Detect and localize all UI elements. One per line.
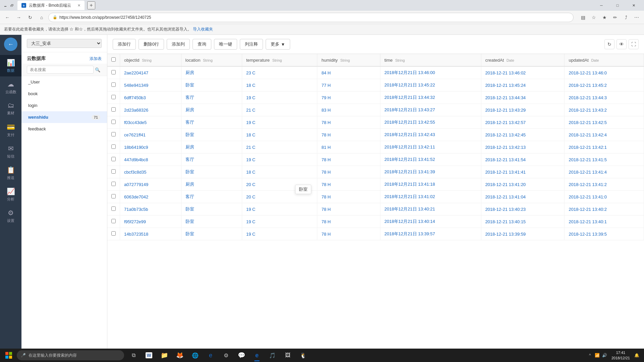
cell-time[interactable]: 2018年12月21日 13:43:27 xyxy=(380,104,481,116)
taskbar-app-edge[interactable]: e xyxy=(250,349,264,362)
cell-createdat[interactable]: 2018-12-21 13:40:15 xyxy=(481,216,565,228)
table-item-user[interactable]: _User xyxy=(21,76,107,88)
cell-location[interactable]: 厨房 xyxy=(181,104,242,116)
cell-objectid[interactable]: ce7621ff41 xyxy=(120,129,181,141)
table-item-login[interactable]: login xyxy=(21,100,107,111)
cell-updatedat[interactable]: 2018-12-21 13:42:4 xyxy=(565,129,644,141)
refresh-button[interactable]: ↻ xyxy=(25,13,35,22)
taskbar-search-box[interactable]: 🎤 在这里输入你要搜索的内容 xyxy=(17,350,124,360)
cell-temperature[interactable]: 18 C xyxy=(242,79,317,92)
table-row[interactable]: 71a0b73c5b 卧室 19 C 78 H 2018年12月21日 13:4… xyxy=(107,203,644,216)
table-row[interactable]: 2d23a68326 厨房 21 C 83 H 2018年12月21日 13:4… xyxy=(107,104,644,116)
table-row[interactable]: f95f272e99 卧室 19 C 78 H 2018年12月21日 13:4… xyxy=(107,216,644,228)
cell-objectid[interactable]: 447d9b4bc8 xyxy=(120,154,181,166)
forward-button[interactable]: → xyxy=(14,13,23,22)
table-row[interactable]: 2ae2204147 厨房 23 C 84 H 2018年12月21日 13:4… xyxy=(107,66,644,79)
cell-objectid[interactable]: f03cc43de5 xyxy=(120,116,181,129)
cell-humidity[interactable]: 78 H xyxy=(317,216,380,228)
cell-location[interactable]: 厨房 xyxy=(181,178,242,191)
sidebar-item-analytics[interactable]: 📈 分析 xyxy=(0,184,21,205)
cell-temperature[interactable]: 21 C xyxy=(242,104,317,116)
cell-updatedat[interactable]: 2018-12-21 13:41:5 xyxy=(565,154,644,166)
cell-location[interactable]: 卧室 xyxy=(181,129,242,141)
table-search-input[interactable] xyxy=(27,66,94,74)
cell-objectid[interactable]: 6063de7042 xyxy=(120,191,181,203)
bookmark-icon[interactable]: ☆ xyxy=(589,13,598,22)
cell-objectid[interactable]: 2d23a68326 xyxy=(120,104,181,116)
table-row[interactable]: 14b3723518 卧室 19 C 78 H 2018年12月21日 13:3… xyxy=(107,228,644,240)
taskbar-app-ie[interactable]: e xyxy=(203,349,218,362)
import-bookmarks-link[interactable]: 导入收藏夹 xyxy=(193,26,213,32)
cell-humidity[interactable]: 78 H xyxy=(317,203,380,216)
add-row-button[interactable]: 添加行 xyxy=(113,39,136,50)
row-checkbox[interactable] xyxy=(111,206,116,211)
table-row[interactable]: ce7621ff41 卧室 18 C 78 H 2018年12月21日 13:4… xyxy=(107,129,644,141)
cell-createdat[interactable]: 2018-12-21 13:42:13 xyxy=(481,141,565,154)
back-button[interactable]: ← xyxy=(3,13,12,22)
cell-humidity[interactable]: 78 H xyxy=(317,228,380,240)
row-checkbox[interactable] xyxy=(111,82,116,87)
table-row[interactable]: cbcf3c8d35 卧室 18 C 78 H 2018年12月21日 13:4… xyxy=(107,166,644,178)
cell-createdat[interactable]: 2018-12-21 13:41:20 xyxy=(481,178,565,191)
sidebar-item-data[interactable]: 📊 数据 xyxy=(0,55,21,76)
cell-time[interactable]: 2018年12月21日 13:41:39 xyxy=(380,166,481,178)
annotate-icon[interactable]: ✏ xyxy=(610,13,620,22)
cell-createdat[interactable]: 2018-12-21 13:41:41 xyxy=(481,166,565,178)
col-header-checkbox[interactable] xyxy=(107,54,120,66)
row-checkbox[interactable] xyxy=(111,157,116,161)
cell-temperature[interactable]: 19 C xyxy=(242,228,317,240)
cell-time[interactable]: 2018年12月21日 13:41:02 xyxy=(380,191,481,203)
cell-objectid[interactable]: 18b64190c9 xyxy=(120,141,181,154)
refresh-table-button[interactable]: ↻ xyxy=(604,39,614,49)
row-checkbox[interactable] xyxy=(111,194,116,198)
cell-createdat[interactable]: 2018-12-21 13:45:24 xyxy=(481,79,565,92)
row-checkbox[interactable] xyxy=(111,169,116,174)
taskbar-app-word[interactable]: W xyxy=(142,349,156,362)
table-row[interactable]: 18b64190c9 厨房 21 C 81 H 2018年12月21日 13:4… xyxy=(107,141,644,154)
clock-area[interactable]: 17:41 2018/12/21 xyxy=(609,350,632,361)
expand-button[interactable]: ⛶ xyxy=(629,39,639,49)
cell-updatedat[interactable]: 2018-12-21 13:42:5 xyxy=(565,116,644,129)
sidebar-item-material[interactable]: 🗂 素材 xyxy=(0,98,21,119)
table-item-feedback[interactable]: feedback xyxy=(21,123,107,135)
unique-key-button[interactable]: 唯一键 xyxy=(214,39,237,50)
view-button[interactable]: 👁 xyxy=(616,39,627,49)
cell-humidity[interactable]: 78 H xyxy=(317,129,380,141)
cell-temperature[interactable]: 19 C xyxy=(242,216,317,228)
cell-temperature[interactable]: 23 C xyxy=(242,66,317,79)
cell-objectid[interactable]: 6dff7450b3 xyxy=(120,92,181,104)
cell-time[interactable]: 2018年12月21日 13:42:11 xyxy=(380,141,481,154)
table-row[interactable]: 447d9b4bc8 客厅 19 C 78 H 2018年12月21日 13:4… xyxy=(107,154,644,166)
cell-updatedat[interactable]: 2018-12-21 13:45:2 xyxy=(565,79,644,92)
window-close-button[interactable]: ✕ xyxy=(626,0,641,11)
window-restore-button[interactable]: □ xyxy=(610,0,625,11)
cell-createdat[interactable]: 2018-12-21 13:41:04 xyxy=(481,191,565,203)
cell-updatedat[interactable]: 2018-12-21 13:41:2 xyxy=(565,178,644,191)
table-item-wenshidu[interactable]: wenshidu 71 xyxy=(21,111,107,123)
url-bar[interactable]: 🔒 https://www.bmob.cn/app/browser/227458… xyxy=(48,13,574,22)
cell-temperature[interactable]: 18 C xyxy=(242,129,317,141)
cell-objectid[interactable]: a072779149 xyxy=(120,178,181,191)
cell-updatedat[interactable]: 2018-12-21 13:42:1 xyxy=(565,141,644,154)
row-checkbox[interactable] xyxy=(111,107,116,112)
reader-view-icon[interactable]: ▤ xyxy=(578,13,588,22)
tab-close-button[interactable]: ✕ xyxy=(77,3,80,8)
cell-location[interactable]: 厨房 xyxy=(181,141,242,154)
home-button[interactable]: ⌂ xyxy=(37,13,46,22)
cell-humidity[interactable]: 78 H xyxy=(317,166,380,178)
cell-humidity[interactable]: 78 H xyxy=(317,191,380,203)
cell-updatedat[interactable]: 2018-12-21 13:44:3 xyxy=(565,92,644,104)
cell-location[interactable]: 卧室 xyxy=(181,166,242,178)
cell-createdat[interactable]: 2018-12-21 13:43:29 xyxy=(481,104,565,116)
cell-temperature[interactable]: 19 C xyxy=(242,203,317,216)
cell-time[interactable]: 2018年12月21日 13:41:52 xyxy=(380,154,481,166)
more-icon[interactable]: ⋯ xyxy=(632,13,641,22)
table-row[interactable]: 6dff7450b3 客厅 19 C 79 H 2018年12月21日 13:4… xyxy=(107,92,644,104)
cell-humidity[interactable]: 78 H xyxy=(317,116,380,129)
cell-updatedat[interactable]: 2018-12-21 13:39:5 xyxy=(565,228,644,240)
cell-updatedat[interactable]: 2018-12-21 13:43:2 xyxy=(565,104,644,116)
cell-time[interactable]: 2018年12月21日 13:42:55 xyxy=(380,116,481,129)
cell-location[interactable]: 客厅 xyxy=(181,92,242,104)
sidebar-item-cloud[interactable]: ☁ 云函数 xyxy=(0,76,21,98)
cell-objectid[interactable]: f95f272e99 xyxy=(120,216,181,228)
